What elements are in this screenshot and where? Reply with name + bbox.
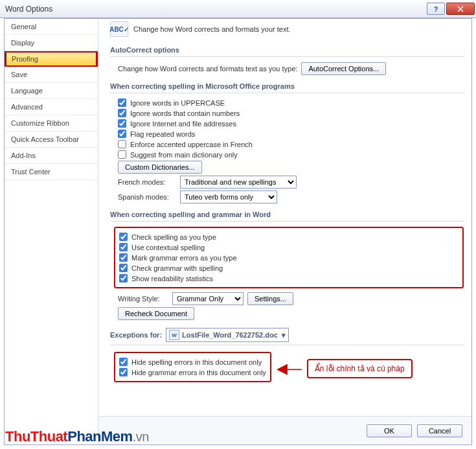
intro-row: ABC✓ Change how Word corrects and format… — [110, 21, 464, 37]
nav-item-display[interactable]: Display — [5, 35, 98, 51]
autocorrect-row: Change how Word corrects and formats tex… — [118, 62, 464, 75]
lbl-ignore-uppercase[interactable]: Ignore words in UPPERCASE — [130, 99, 225, 107]
chk-suggest-main[interactable] — [118, 150, 126, 159]
french-modes-select[interactable]: Traditional and new spellings — [180, 176, 297, 189]
recheck-document-button[interactable]: Recheck Document — [118, 307, 194, 320]
heading-autocorrect: AutoCorrect options — [110, 41, 464, 57]
lbl-flag-repeated[interactable]: Flag repeated words — [130, 130, 195, 138]
intro-text: Change how Word corrects and formats you… — [133, 25, 291, 33]
chk-mark-grammar[interactable] — [119, 253, 128, 262]
lbl-mark-grammar[interactable]: Mark grammar errors as you type — [131, 254, 237, 262]
chk-readability[interactable] — [119, 274, 128, 282]
chevron-down-icon: ▾ — [282, 331, 286, 340]
highlight-box-spelling-grammar: Check spelling as you type Use contextua… — [114, 227, 464, 288]
chk-enforce-accented[interactable] — [118, 140, 126, 148]
nav-item-quick-access-toolbar[interactable]: Quick Access Toolbar — [5, 132, 98, 148]
proofing-icon: ABC✓ — [110, 21, 128, 37]
nav-item-advanced[interactable]: Advanced — [5, 99, 98, 115]
help-button[interactable]: ? — [427, 3, 445, 15]
lbl-grammar-with-spelling[interactable]: Check grammar with spelling — [131, 264, 223, 272]
chk-contextual-spelling[interactable] — [119, 243, 128, 251]
lbl-check-spelling[interactable]: Check spelling as you type — [131, 233, 216, 241]
close-icon — [457, 6, 464, 12]
chk-ignore-numbers[interactable] — [118, 109, 126, 117]
heading-word-spelling: When correcting spelling and grammar in … — [110, 205, 464, 222]
chk-ignore-uppercase[interactable] — [118, 98, 126, 107]
lbl-hide-grammar-errors[interactable]: Hide grammar errors in this document onl… — [131, 369, 266, 376]
titlebar: Word Options ? — [0, 0, 476, 18]
lbl-hide-spelling-errors[interactable]: Hide spelling errors in this document on… — [131, 358, 262, 366]
lbl-enforce-accented[interactable]: Enforce accented uppercase in French — [130, 141, 253, 148]
cancel-button[interactable]: Cancel — [417, 424, 462, 437]
dialog-frame: General Display Proofing Save Language A… — [4, 18, 472, 445]
content-pane: ABC✓ Change how Word corrects and format… — [98, 19, 471, 416]
close-button[interactable] — [446, 3, 475, 15]
exceptions-label: Exceptions for: — [110, 331, 162, 339]
chk-grammar-with-spelling[interactable] — [119, 264, 128, 272]
autocorrect-text: Change how Word corrects and formats tex… — [118, 65, 297, 73]
nav-item-general[interactable]: General — [5, 19, 98, 35]
custom-dictionaries-button[interactable]: Custom Dictionaries... — [118, 161, 202, 174]
exceptions-doc-name: LostFile_Word_7622752.doc — [182, 331, 278, 339]
settings-button[interactable]: Settings... — [247, 292, 293, 305]
lbl-readability[interactable]: Show readability statistics — [131, 275, 213, 282]
heading-exceptions: Exceptions for: W LostFile_Word_7622752.… — [110, 323, 464, 345]
nav-item-add-ins[interactable]: Add-Ins — [5, 148, 98, 164]
chk-ignore-internet[interactable] — [118, 119, 126, 128]
chk-hide-spelling-errors[interactable] — [119, 358, 128, 366]
callout-arrow-icon: ◀— — [277, 362, 302, 376]
nav-item-customize-ribbon[interactable]: Customize Ribbon — [5, 115, 98, 132]
callout-box: Ẩn lỗi chính tả và cú pháp — [307, 359, 413, 378]
autocorrect-options-button[interactable]: AutoCorrect Options... — [301, 62, 386, 75]
exceptions-callout-wrap: Hide spelling errors in this document on… — [110, 351, 464, 386]
heading-office-spelling: When correcting spelling in Microsoft Of… — [110, 77, 464, 93]
nav-sidebar: General Display Proofing Save Language A… — [5, 19, 98, 444]
chk-flag-repeated[interactable] — [118, 130, 126, 138]
nav-item-trust-center[interactable]: Trust Center — [5, 164, 98, 180]
nav-item-proofing[interactable]: Proofing — [5, 51, 98, 67]
lbl-suggest-main[interactable]: Suggest from main dictionary only — [130, 151, 238, 159]
nav-item-save[interactable]: Save — [5, 67, 98, 83]
spanish-modes-label: Spanish modes: — [118, 193, 176, 201]
exceptions-document-select[interactable]: W LostFile_Word_7622752.doc ▾ — [166, 328, 289, 342]
writing-style-select[interactable]: Grammar Only — [172, 292, 244, 305]
lbl-ignore-internet[interactable]: Ignore Internet and file addresses — [130, 120, 236, 128]
lbl-ignore-numbers[interactable]: Ignore words that contain numbers — [130, 109, 240, 117]
chk-check-spelling[interactable] — [119, 233, 128, 241]
dialog-footer: OK Cancel — [98, 416, 471, 444]
writing-style-label: Writing Style: — [118, 295, 168, 303]
chk-hide-grammar-errors[interactable] — [119, 368, 128, 376]
document-icon: W — [169, 330, 179, 340]
french-modes-label: French modes: — [118, 178, 176, 186]
ok-button[interactable]: OK — [367, 424, 412, 437]
nav-item-language[interactable]: Language — [5, 83, 98, 99]
window-title: Word Options — [5, 5, 52, 14]
highlight-box-exceptions: Hide spelling errors in this document on… — [114, 352, 271, 382]
spanish-modes-select[interactable]: Tuteo verb forms only — [180, 190, 277, 203]
lbl-contextual-spelling[interactable]: Use contextual spelling — [131, 244, 205, 251]
